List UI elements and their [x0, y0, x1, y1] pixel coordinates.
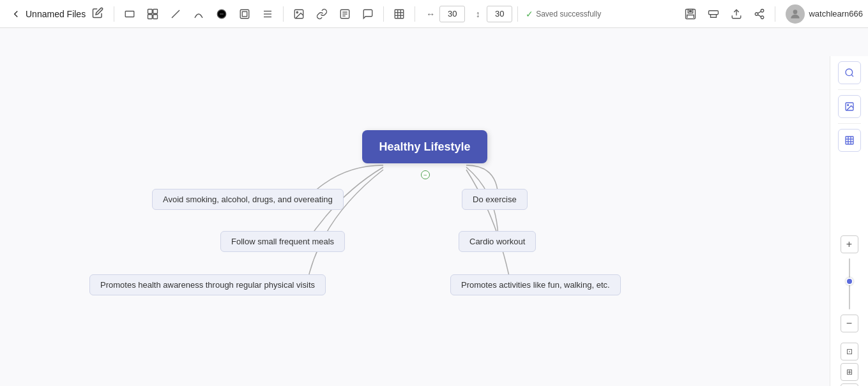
zoom-in-button[interactable]: +: [841, 235, 858, 253]
svg-line-5: [172, 10, 179, 18]
svg-point-35: [846, 69, 853, 76]
width-icon: ↔: [423, 6, 438, 22]
svg-point-29: [761, 9, 765, 12]
svg-rect-39: [846, 137, 853, 144]
table-tool[interactable]: [389, 4, 409, 24]
right-panel: + − ⊡ ⊞ ⊟: [830, 56, 868, 386]
left-node-3-label: Promotes health awareness through regula…: [100, 280, 315, 290]
panel-search-button[interactable]: [838, 61, 861, 84]
toolbar: Unnamed Files: [0, 0, 868, 28]
width-input-group: ↔: [423, 6, 465, 22]
fit-button[interactable]: ⊡: [841, 343, 858, 360]
zoom-slider-track: [849, 258, 850, 309]
svg-line-32: [758, 15, 761, 17]
separator-2: [283, 6, 284, 22]
left-node-2[interactable]: Follow small frequent meals: [220, 231, 345, 252]
panel-separator-2: [838, 123, 861, 124]
saved-status: ✓ Saved successfully: [526, 9, 601, 19]
multi-shape-tool[interactable]: [142, 4, 163, 24]
svg-point-34: [793, 10, 798, 14]
center-node[interactable]: Healthy Lifestyle: [362, 130, 487, 163]
svg-rect-4: [153, 14, 158, 19]
collapse-button[interactable]: −: [421, 170, 430, 179]
svg-rect-8: [240, 10, 249, 19]
svg-rect-1: [148, 9, 153, 13]
avatar: [786, 4, 805, 24]
panel-table-button[interactable]: [838, 129, 861, 152]
svg-point-14: [296, 11, 298, 13]
zoom-slider-thumb[interactable]: [846, 278, 853, 285]
center-node-label: Healthy Lifestyle: [379, 140, 470, 154]
svg-rect-2: [153, 9, 158, 13]
panel-image-button[interactable]: [838, 95, 861, 118]
save-cloud-button[interactable]: [703, 4, 724, 24]
separator-1: [114, 6, 114, 22]
reset-button[interactable]: ⊟: [841, 383, 858, 386]
left-node-3[interactable]: Promotes health awareness through regula…: [89, 274, 326, 295]
canvas: − Healthy Lifestyle Avoid smoking, alcoh…: [0, 28, 830, 386]
curve-tool[interactable]: [188, 4, 209, 24]
svg-line-36: [851, 75, 853, 77]
right-node-3-label: Promotes activities like fun, walking, e…: [461, 280, 610, 290]
share-button[interactable]: [749, 4, 770, 24]
height-input[interactable]: [487, 6, 512, 22]
height-input-group: ↕: [470, 6, 512, 22]
right-node-2-label: Cardio workout: [469, 237, 525, 246]
comment-tool[interactable]: [358, 4, 378, 24]
mind-map-connections: [0, 28, 830, 386]
saved-check-icon: ✓: [526, 9, 533, 19]
back-button[interactable]: Unnamed Files: [5, 4, 109, 24]
svg-rect-0: [125, 11, 134, 17]
svg-rect-27: [709, 10, 719, 14]
minus-tool[interactable]: [211, 4, 232, 24]
svg-rect-3: [148, 14, 153, 19]
left-node-2-label: Follow small frequent meals: [231, 237, 334, 246]
expand-button[interactable]: ⊞: [841, 363, 858, 381]
user-menu[interactable]: watchlearn666: [786, 4, 863, 24]
separator-6: [775, 6, 775, 22]
separator-3: [383, 6, 384, 22]
left-node-1[interactable]: Avoid smoking, alcohol, drugs, and overe…: [152, 189, 344, 210]
svg-rect-26: [689, 10, 692, 12]
right-node-1[interactable]: Do exercise: [462, 189, 528, 210]
edit-title-icon[interactable]: [92, 7, 103, 21]
right-node-1-label: Do exercise: [473, 195, 517, 204]
svg-rect-9: [242, 11, 247, 17]
export-button[interactable]: [726, 4, 747, 24]
rectangle-tool[interactable]: [119, 4, 140, 24]
svg-rect-19: [395, 10, 404, 19]
width-input[interactable]: [439, 6, 465, 22]
svg-point-31: [761, 16, 765, 19]
username: watchlearn666: [809, 9, 863, 19]
svg-point-30: [756, 12, 759, 15]
left-node-1-label: Avoid smoking, alcohol, drugs, and overe…: [163, 195, 333, 204]
note-tool[interactable]: [335, 4, 355, 24]
link-tool[interactable]: [312, 4, 332, 24]
separator-4: [415, 6, 415, 22]
zoom-out-button[interactable]: −: [841, 315, 858, 332]
panel-separator-1: [838, 89, 861, 90]
file-title: Unnamed Files: [26, 9, 86, 19]
image-tool[interactable]: [289, 4, 309, 24]
image-frame-tool[interactable]: [234, 4, 255, 24]
saved-text: Saved successfully: [536, 10, 601, 19]
right-node-3[interactable]: Promotes activities like fun, walking, e…: [450, 274, 621, 295]
right-node-2[interactable]: Cardio workout: [459, 231, 536, 252]
height-icon: ↕: [470, 6, 485, 22]
line-tool[interactable]: [165, 4, 186, 24]
svg-line-33: [758, 11, 761, 13]
separator-5: [517, 6, 518, 22]
svg-point-38: [847, 105, 848, 106]
list-tool[interactable]: [257, 4, 278, 24]
save-local-button[interactable]: [680, 4, 701, 24]
